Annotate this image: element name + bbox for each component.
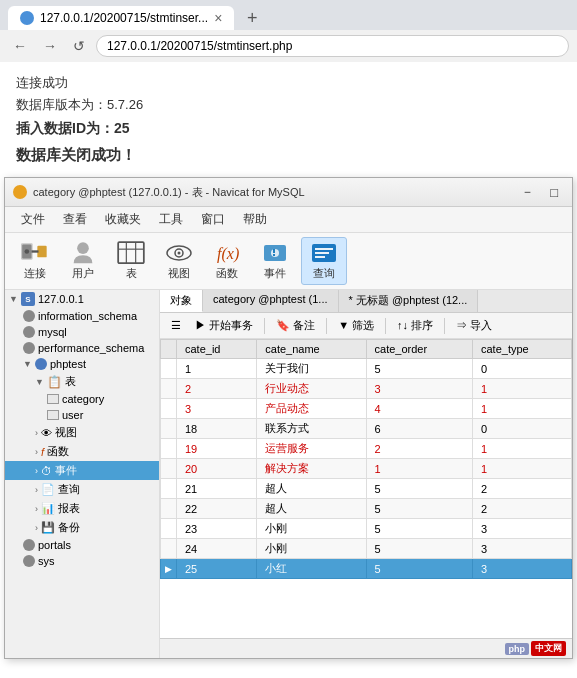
- forward-button[interactable]: →: [38, 35, 62, 57]
- toolbar-function[interactable]: f(x) 函数: [205, 238, 249, 284]
- backup-btn[interactable]: 🔖 备注: [271, 316, 320, 335]
- sidebar-item-mysql[interactable]: mysql: [5, 324, 159, 340]
- tab-close-icon[interactable]: ×: [214, 11, 222, 25]
- active-tab[interactable]: 127.0.0.1/20200715/stmtinser... ×: [8, 6, 234, 30]
- tab-objects[interactable]: 对象: [160, 290, 203, 312]
- caret-icon: ▼: [9, 294, 18, 304]
- minimize-button[interactable]: －: [515, 182, 540, 202]
- svg-point-5: [77, 243, 89, 255]
- maximize-button[interactable]: □: [544, 182, 564, 202]
- cell-cate_type: 1: [473, 459, 572, 479]
- table-row[interactable]: 24小刚53: [161, 539, 572, 559]
- event-icon: [261, 241, 289, 265]
- sidebar-item-queries[interactable]: › 📄 查询: [5, 480, 159, 499]
- sidebar-item-phptest[interactable]: ▼ phptest: [5, 356, 159, 372]
- import-btn[interactable]: ⇒ 导入: [451, 316, 497, 335]
- svg-rect-19: [315, 248, 333, 250]
- col-cate_type[interactable]: cate_type: [473, 340, 572, 359]
- sidebar-label-phptest: phptest: [50, 358, 86, 370]
- table-row[interactable]: 18联系方式60: [161, 419, 572, 439]
- new-tab-button[interactable]: +: [240, 6, 264, 30]
- table-row[interactable]: 23小刚53: [161, 519, 572, 539]
- server-icon: S: [21, 292, 35, 306]
- menu-window[interactable]: 窗口: [193, 209, 233, 230]
- tab-untitled[interactable]: * 无标题 @phptest (12...: [339, 290, 479, 312]
- sort-btn[interactable]: ↑↓ 排序: [392, 316, 438, 335]
- content-pane: 对象 category @phptest (1... * 无标题 @phptes…: [160, 290, 572, 658]
- db-icon-sys: [23, 555, 35, 567]
- cell-cate_type: 3: [473, 519, 572, 539]
- queries-icon: 📄: [41, 483, 55, 496]
- views-icon: 👁: [41, 427, 52, 439]
- back-button[interactable]: ←: [8, 35, 32, 57]
- connect-icon: [21, 241, 49, 265]
- sidebar-label-information_schema: information_schema: [38, 310, 137, 322]
- sidebar-item-information_schema[interactable]: information_schema: [5, 308, 159, 324]
- table-row[interactable]: 1关于我们50: [161, 359, 572, 379]
- toolbar-user[interactable]: 用户: [61, 238, 105, 284]
- sidebar-item-views[interactable]: › 👁 视图: [5, 423, 159, 442]
- menu-view[interactable]: 查看: [55, 209, 95, 230]
- menu-file[interactable]: 文件: [13, 209, 53, 230]
- cell-cate_order: 2: [366, 439, 472, 459]
- table-row[interactable]: 20解决方案11: [161, 459, 572, 479]
- table-row[interactable]: 3产品动态41: [161, 399, 572, 419]
- refresh-button[interactable]: ↺: [68, 35, 90, 57]
- svg-rect-17: [273, 254, 275, 256]
- table-row[interactable]: 2行业动态31: [161, 379, 572, 399]
- view-icon: [165, 241, 193, 265]
- tab-category-label: category @phptest (1...: [213, 293, 328, 305]
- toolbar-table[interactable]: 表: [109, 238, 153, 284]
- table-row[interactable]: 21超人52: [161, 479, 572, 499]
- col-cate_name[interactable]: cate_name: [257, 340, 366, 359]
- table-row[interactable]: 19运营服务21: [161, 439, 572, 459]
- menu-help[interactable]: 帮助: [235, 209, 275, 230]
- sidebar-item-backup[interactable]: › 💾 备份: [5, 518, 159, 537]
- sidebar-item-performance_schema[interactable]: performance_schema: [5, 340, 159, 356]
- menu-icon[interactable]: ☰: [166, 317, 186, 334]
- address-input[interactable]: [96, 35, 569, 57]
- db-icon-portals: [23, 539, 35, 551]
- svg-rect-6: [118, 242, 144, 263]
- table-row[interactable]: ▶25小红53: [161, 559, 572, 579]
- toolbar-connect[interactable]: 连接: [13, 238, 57, 284]
- toolbar-query[interactable]: 查询: [301, 237, 347, 285]
- toolbar-event[interactable]: 事件: [253, 238, 297, 284]
- col-cate_order[interactable]: cate_order: [366, 340, 472, 359]
- toolbar-view[interactable]: 视图: [157, 238, 201, 284]
- sidebar-item-reports[interactable]: › 📊 报表: [5, 499, 159, 518]
- cell-cate_id: 1: [177, 359, 257, 379]
- window-controls: － □: [515, 182, 564, 202]
- sidebar-root[interactable]: ▼ S 127.0.0.1: [5, 290, 159, 308]
- tab-category-table[interactable]: category @phptest (1...: [203, 290, 339, 312]
- sidebar-item-category[interactable]: category: [5, 391, 159, 407]
- svg-point-2: [25, 249, 30, 254]
- svg-rect-4: [32, 251, 39, 253]
- cell-cate_order: 6: [366, 419, 472, 439]
- menu-tools[interactable]: 工具: [151, 209, 191, 230]
- sidebar-item-functions[interactable]: › f 函数: [5, 442, 159, 461]
- sidebar-item-tables-folder[interactable]: ▼ 📋 表: [5, 372, 159, 391]
- cell-cate_type: 1: [473, 439, 572, 459]
- sidebar-item-events[interactable]: › ⏱ 事件: [5, 461, 159, 480]
- function-icon: f(x): [213, 241, 241, 265]
- sidebar-item-sys[interactable]: sys: [5, 553, 159, 569]
- menu-favorites[interactable]: 收藏夹: [97, 209, 149, 230]
- navicat-main: ▼ S 127.0.0.1 information_schema mysql p…: [5, 290, 572, 658]
- navicat-title-text: category @phptest (127.0.0.1) - 表 - Navi…: [33, 185, 305, 200]
- filter-btn[interactable]: ▼ 筛选: [333, 316, 379, 335]
- sidebar-label-events: 事件: [55, 463, 77, 478]
- sidebar-item-user[interactable]: user: [5, 407, 159, 423]
- table-row[interactable]: 22超人52: [161, 499, 572, 519]
- sidebar-label-tables: 表: [65, 374, 76, 389]
- backup-icon: 💾: [41, 521, 55, 534]
- user-icon: [69, 241, 97, 265]
- cell-cate_name: 小红: [257, 559, 366, 579]
- col-cate_id[interactable]: cate_id: [177, 340, 257, 359]
- tab-title: 127.0.0.1/20200715/stmtinser...: [40, 11, 208, 25]
- browser-chrome: 127.0.0.1/20200715/stmtinser... × + ← → …: [0, 0, 577, 62]
- cell-cate_id: 21: [177, 479, 257, 499]
- cell-cate_type: 0: [473, 359, 572, 379]
- sidebar-item-portals[interactable]: portals: [5, 537, 159, 553]
- begin-transaction-btn[interactable]: ▶ 开始事务: [190, 316, 258, 335]
